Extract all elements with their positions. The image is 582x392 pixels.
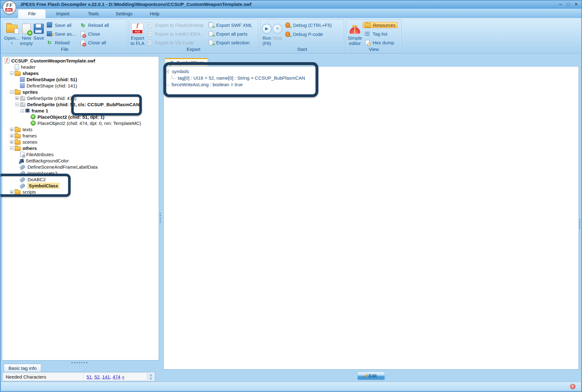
tree-item-texts[interactable]: +texts	[2, 126, 159, 132]
tree-item-definesprite[interactable]: +DefineSprite (chid: 474)	[2, 95, 159, 101]
button-debug-p-code[interactable]: Debug P-code	[283, 31, 334, 37]
needed-char-link-141[interactable]: 141	[102, 374, 110, 380]
horizontal-splitter[interactable]	[71, 360, 88, 365]
tree-item-setbackgroundcolor[interactable]: SetBackgroundColor	[2, 157, 159, 164]
reload-icon	[47, 40, 52, 45]
chevron-down-icon[interactable]: ∨	[11, 41, 13, 44]
menu-tab-help[interactable]: Help	[141, 9, 168, 18]
param-row[interactable]: -symbols	[164, 68, 579, 75]
maximize-button[interactable]: □	[567, 1, 570, 8]
needed-char-link-51[interactable]: 51	[87, 374, 92, 380]
tree-item-importassets2[interactable]: ImportAssets2	[2, 170, 159, 176]
button-new-empty[interactable]: New empty	[20, 21, 33, 46]
tree-item-header[interactable]: header	[2, 64, 159, 70]
expand-icon[interactable]: +	[15, 97, 19, 100]
button-simple-editor[interactable]: Simple editor	[348, 21, 362, 46]
tab-basic-tag-info[interactable]: Basic tag info	[4, 364, 41, 372]
tree-item-label: shapes	[22, 71, 39, 76]
vertical-splitter[interactable]	[160, 212, 161, 223]
tree-item-sprites[interactable]: -sprites	[2, 89, 159, 95]
collapse-icon[interactable]: -	[21, 109, 24, 112]
button-export-to-vs-code[interactable]: Export to VS Code	[145, 39, 206, 46]
tree-item-label: SymbolClass	[27, 183, 59, 189]
tree-item-frame[interactable]: -frame 1	[2, 107, 159, 114]
button-export-swf-xml[interactable]: Export SWF XML	[206, 22, 254, 28]
export-idea-icon	[147, 31, 152, 37]
tree-item-placeobject2[interactable]: PlaceObject2 (chid: 474, dpt: 0, nm: Tem…	[2, 120, 159, 126]
folder-icon	[15, 134, 21, 138]
expand-icon[interactable]: +	[10, 190, 13, 194]
minimize-button[interactable]: –	[559, 1, 562, 8]
tree-item-defineshape[interactable]: DefineShape (chid: 51)	[2, 76, 159, 82]
menu-tab-import[interactable]: Import	[49, 9, 77, 18]
group-label-view: View	[346, 47, 401, 52]
tree-item-label: scripts	[22, 189, 36, 195]
button-close-all[interactable]: Close all	[78, 39, 111, 46]
param-row[interactable]: tag[0] : UI16 = 52, name[0] : String = C…	[164, 75, 579, 81]
button-close[interactable]: Close	[78, 31, 111, 37]
collapse-icon[interactable]: -	[166, 70, 169, 73]
tree-item-doabc2[interactable]: DoABC2	[2, 176, 159, 182]
tree-item-fileattributes[interactable]: FileAttributes	[2, 151, 159, 157]
tree-item-others[interactable]: -others	[2, 145, 159, 151]
button-export-selection[interactable]: Export selection	[206, 39, 254, 46]
button-open-[interactable]: Open...∨	[4, 21, 19, 44]
tree-item-ccsup-customweapontemplate-swf[interactable]: CCSUP_CustomWeaponTemplate.swf	[2, 57, 159, 64]
button-export-all-parts[interactable]: Export all parts	[206, 31, 254, 37]
menu-tab-settings[interactable]: Settings	[110, 9, 138, 18]
menu-tab-tools[interactable]: Tools	[80, 9, 107, 18]
collapse-icon[interactable]: -	[10, 146, 13, 150]
tree-item-frames[interactable]: +frames	[2, 132, 159, 139]
button-run-f6-[interactable]: Run (F6)	[262, 21, 272, 46]
tag-properties-panel[interactable]: -symbolstag[0] : UI16 = 52, name[0] : St…	[163, 66, 579, 370]
tree-item-scripts[interactable]: +scripts	[2, 189, 159, 195]
close-button[interactable]: ×	[575, 1, 578, 8]
button-export-to-intellij-idea[interactable]: Export to IntelliJ IDEA	[145, 31, 206, 37]
fla-icon	[132, 23, 143, 34]
tree-item-scenes[interactable]: +scenes	[2, 139, 159, 145]
param-row[interactable]: forceWriteAsLong : boolean = true	[164, 81, 579, 88]
toolbar-group-export: Export to FLAExport to FlashDevelopExpor…	[129, 19, 258, 52]
menu-tab-file[interactable]: File	[18, 9, 46, 18]
tab-symbolclass[interactable]: SymbolClass	[165, 58, 208, 66]
button-resources[interactable]: Resources	[363, 22, 398, 28]
error-indicator-icon[interactable]	[570, 384, 575, 389]
swf-structure-tree[interactable]: CCSUP_CustomWeaponTemplate.swfheader-sha…	[2, 56, 159, 360]
row-spinner[interactable]: ∧∨	[147, 373, 154, 381]
button-export-to-flashdevelop[interactable]: Export to FlashDevelop	[145, 22, 206, 28]
tag-icon	[19, 183, 25, 189]
needed-char-link-52[interactable]: 52	[94, 374, 100, 380]
tree-item-placeobject2[interactable]: PlaceObject2 (chid: 51, dpt: 1)	[2, 114, 159, 120]
tree-item-definesceneandframelabeldata[interactable]: DefineSceneAndFrameLabelData	[2, 164, 159, 170]
right-edge-splitter[interactable]	[579, 219, 580, 230]
tree-item-label: SetBackgroundColor	[26, 158, 69, 163]
edit-button[interactable]: Edit	[357, 372, 385, 380]
button-hex-dump[interactable]: Hex dump	[363, 39, 398, 46]
needed-char-link-474[interactable]: 474	[112, 374, 120, 380]
tree-item-shapes[interactable]: -shapes	[2, 70, 159, 76]
collapse-icon[interactable]: -	[10, 90, 13, 94]
expand-icon[interactable]: +	[10, 128, 13, 131]
spinner-down-icon[interactable]: ∨	[150, 377, 152, 380]
button-reload-all[interactable]: Reload all	[78, 22, 111, 28]
tree-item-definesprite[interactable]: -DefineSprite (chid: 52, cls: CCSUP_BubP…	[2, 101, 159, 107]
tag-icon	[19, 177, 25, 182]
button-save[interactable]: Save	[33, 21, 44, 41]
collapse-icon[interactable]: -	[10, 72, 13, 75]
tree-item-label: CCSUP_CustomWeaponTemplate.swf	[11, 58, 95, 63]
button-export-to-fla[interactable]: Export to FLA	[131, 21, 144, 46]
expand-icon[interactable]: +	[10, 134, 13, 137]
close-all-icon	[81, 40, 85, 45]
button-save-all[interactable]: Save all	[45, 22, 77, 28]
button-debug-ctrl-f5-[interactable]: Debug (CTRL+F5)	[283, 22, 334, 28]
button-tag-list[interactable]: Tag list	[363, 31, 398, 37]
expand-icon[interactable]: +	[10, 140, 13, 144]
button-save-as-[interactable]: Save as...	[45, 31, 77, 37]
tree-item-symbolclass[interactable]: SymbolClass	[2, 182, 159, 189]
collapse-icon[interactable]: -	[15, 103, 19, 106]
button-stop[interactable]: Stop	[272, 21, 282, 41]
button-reload[interactable]: Reload	[45, 39, 77, 46]
debug-icon	[285, 32, 290, 37]
needed-char-link-+[interactable]: +	[122, 374, 125, 380]
tree-item-defineshape[interactable]: DefineShape (chid: 141)	[2, 82, 159, 89]
